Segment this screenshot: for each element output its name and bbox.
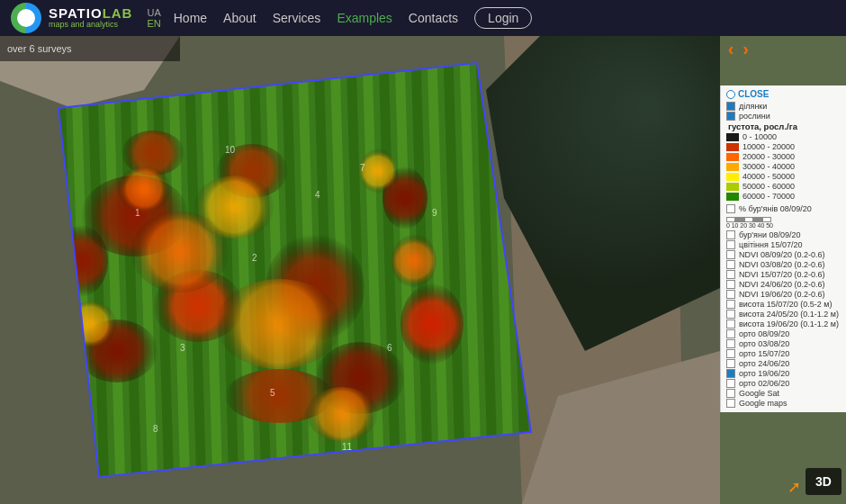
nav-examples[interactable]: Examples (337, 11, 392, 25)
logo-area: SPATIO LAB maps and analytics (0, 3, 143, 33)
layer-dilyanky-label: ділянки (739, 102, 767, 111)
legend-panel: CLOSE ділянки рослини густота, росл./га … (720, 86, 846, 412)
layer-gustota-label: густота, росл./га (728, 122, 797, 131)
cb-orto-5[interactable] (726, 369, 735, 378)
checkbox-dilyanky[interactable] (726, 102, 735, 111)
range-4: 40000 - 50000 (726, 172, 841, 181)
cb-orto-1[interactable] (726, 329, 735, 338)
close-label[interactable]: CLOSE (738, 89, 769, 99)
range-1: 10000 - 20000 (726, 142, 841, 151)
layer-orto-1[interactable]: орто 08/09/20 (726, 329, 841, 338)
cb-ndvi-4[interactable] (726, 280, 735, 289)
layer-ndvi-1[interactable]: NDVI 08/09/20 (0.2-0.6) (726, 250, 841, 259)
range-0: 0 - 10000 (726, 132, 841, 141)
nav-home[interactable]: Home (174, 11, 207, 25)
next-arrow-icon[interactable]: › (742, 39, 749, 59)
cb-cvitinnya[interactable] (726, 240, 735, 249)
range-2: 20000 - 30000 (726, 152, 841, 161)
expand-icon[interactable]: ➚ (788, 477, 801, 497)
nav-contacts[interactable]: Contacts (409, 11, 458, 25)
weeds-label: % бур'янів 08/09/20 (739, 204, 812, 213)
checkbox-weeds[interactable] (726, 204, 735, 213)
layer-orto-2[interactable]: орто 03/08/20 (726, 339, 841, 348)
cb-orto-4[interactable] (726, 359, 735, 368)
cb-height-3[interactable] (726, 320, 735, 328)
layer-height-3[interactable]: висота 19/06/20 (0.1-1.2 м) (726, 320, 841, 328)
language-switcher[interactable]: UA EN (147, 7, 160, 29)
layer-orto-6[interactable]: орто 02/06/20 (726, 379, 841, 388)
legend-layer-gustota: густота, росл./га (726, 122, 841, 131)
cb-ndvi-2[interactable] (726, 260, 735, 269)
cb-orto-6[interactable] (726, 379, 735, 388)
login-button[interactable]: Login (474, 7, 532, 29)
logo-subtitle: maps and analytics (49, 21, 132, 30)
map-area[interactable]: over 6 surveys ‹ › CLOSE ділянки рослини… (0, 36, 846, 504)
layer-height-2[interactable]: висота 24/05/20 (0.1-1.2 м) (726, 310, 841, 319)
legend-layer-roslyny[interactable]: рослини (726, 112, 841, 121)
layer-roslyny-label: рослини (739, 112, 770, 121)
logo-icon (11, 3, 41, 33)
layer-height-1[interactable]: висота 15/07/20 (0.5-2 м) (726, 300, 841, 309)
layer-ndvi-2[interactable]: NDVI 03/08/20 (0.2-0.6) (726, 260, 841, 269)
field-map[interactable] (0, 36, 720, 504)
cb-orto-2[interactable] (726, 339, 735, 348)
range-3: 30000 - 40000 (726, 162, 841, 171)
header: SPATIO LAB maps and analytics UA EN Home… (0, 0, 846, 36)
legend-close-button[interactable]: CLOSE (726, 89, 841, 99)
cb-ndvi-3[interactable] (726, 270, 735, 279)
cb-height-2[interactable] (726, 310, 735, 319)
layer-orto-3[interactable]: орто 15/07/20 (726, 349, 841, 358)
layer-google-sat[interactable]: Google Sat (726, 389, 841, 398)
survey-count-label: over 6 surveys (7, 43, 72, 54)
layer-ndvi-5[interactable]: NDVI 19/06/20 (0.2-0.6) (726, 290, 841, 299)
scale-labels: 01020304050 (726, 222, 773, 229)
layer-orto-4[interactable]: орто 24/06/20 (726, 359, 841, 368)
nav-about[interactable]: About (223, 11, 256, 25)
legend-ranges: 0 - 10000 10000 - 20000 20000 - 30000 30… (726, 132, 841, 201)
cb-google-sat[interactable] (726, 389, 735, 398)
layer-list: бур'яни 08/09/20 цвітіння 15/07/20 NDVI … (726, 230, 841, 408)
layer-ndvi-4[interactable]: NDVI 24/06/20 (0.2-0.6) (726, 280, 841, 289)
main-nav: Home About Services Examples Contacts Lo… (174, 7, 533, 29)
cb-orto-3[interactable] (726, 349, 735, 358)
layer-buryany[interactable]: бур'яни 08/09/20 (726, 230, 841, 239)
layer-orto-5[interactable]: орто 19/06/20 (726, 369, 841, 378)
layer-ndvi-3[interactable]: NDVI 15/07/20 (0.2-0.6) (726, 270, 841, 279)
cb-ndvi-1[interactable] (726, 250, 735, 259)
prev-arrow-icon[interactable]: ‹ (728, 39, 734, 59)
range-5: 50000 - 60000 (726, 182, 841, 191)
lang-ua[interactable]: UA (147, 7, 160, 18)
logo-lab: LAB (103, 6, 133, 22)
logo-spatio: SPATIO (49, 6, 103, 22)
checkbox-roslyny[interactable] (726, 112, 735, 121)
close-circle-icon (726, 90, 735, 99)
cb-google-maps[interactable] (726, 399, 735, 408)
cb-height-1[interactable] (726, 300, 735, 309)
nav-services[interactable]: Services (273, 11, 321, 25)
btn-3d[interactable]: 3D (806, 468, 842, 495)
range-6: 60000 - 70000 (726, 192, 841, 201)
logo-text: SPATIO LAB maps and analytics (49, 6, 132, 30)
layer-cvitinnya[interactable]: цвітіння 15/07/20 (726, 240, 841, 249)
layer-google-maps[interactable]: Google maps (726, 399, 841, 408)
weeds-row[interactable]: % бур'янів 08/09/20 (726, 204, 841, 213)
cb-buryany[interactable] (726, 230, 735, 239)
legend-layer-dilyanky[interactable]: ділянки (726, 102, 841, 111)
survey-count-bar: over 6 surveys (0, 36, 180, 61)
lang-en[interactable]: EN (147, 18, 160, 29)
cb-ndvi-5[interactable] (726, 290, 735, 299)
scale-bar-container: 01020304050 (726, 217, 841, 229)
map-nav-arrows[interactable]: ‹ › (728, 36, 749, 61)
